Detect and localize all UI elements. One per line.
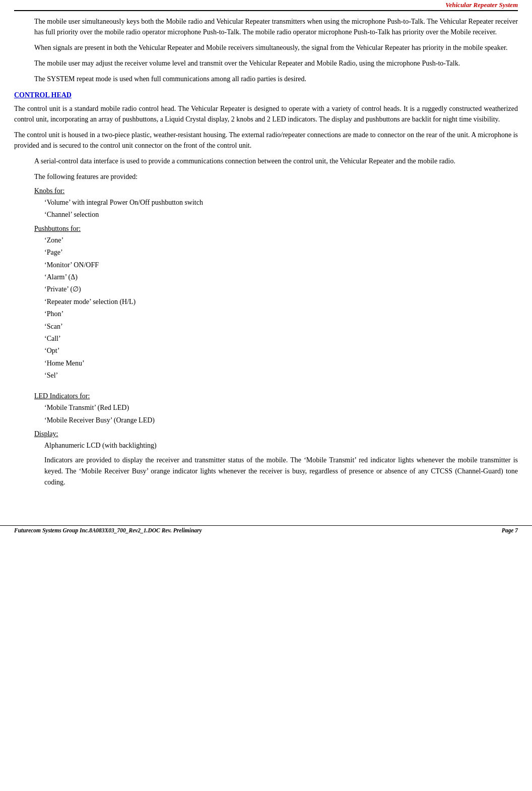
- pushbuttons-item-1: ‘Page’: [44, 247, 518, 258]
- pushbuttons-item-10: ‘Home Menu’: [44, 358, 518, 369]
- paragraph-1: The mobile user simultaneously keys both…: [34, 16, 518, 37]
- page-footer: Futurecom Systems Group Inc.8A083X03_700…: [0, 525, 532, 535]
- pushbuttons-item-2: ‘Monitor’ ON/OFF: [44, 260, 518, 271]
- paragraph-5: The control unit is a standard mobile ra…: [14, 103, 518, 125]
- pushbuttons-item-11: ‘Sel’: [44, 370, 518, 381]
- paragraph-6: The control unit is housed in a two-piec…: [14, 130, 518, 151]
- knobs-label: Knobs for:: [34, 187, 518, 195]
- display-item-1: Indicators are provided to display the r…: [44, 455, 518, 489]
- led-item-0: ‘Mobile Transmit’ (Red LED): [44, 402, 518, 413]
- knobs-item-1: ‘Channel’ selection: [44, 209, 518, 220]
- pushbuttons-item-0: ‘Zone’: [44, 235, 518, 246]
- paragraph-7: A serial-control data interface is used …: [34, 156, 518, 166]
- display-label: Display:: [34, 430, 518, 438]
- paragraph-4: The SYSTEM repeat mode is used when full…: [34, 74, 518, 84]
- footer-right: Page 7: [502, 527, 518, 533]
- footer-left: Futurecom Systems Group Inc.8A083X03_700…: [14, 527, 202, 533]
- page-content: The mobile user simultaneously keys both…: [14, 16, 518, 515]
- pushbuttons-item-6: ‘Phon’: [44, 309, 518, 320]
- paragraph-2: When signals are present in both the Veh…: [34, 42, 518, 53]
- led-item-1: ‘Mobile Receiver Busy’ (Orange LED): [44, 415, 518, 426]
- knobs-item-0: ‘Volume’ with integral Power On/Off push…: [44, 197, 518, 208]
- pushbuttons-item-3: ‘Alarm’ (Δ): [44, 272, 518, 283]
- paragraph-3: The mobile user may adjust the receiver …: [34, 58, 518, 69]
- pushbuttons-item-7: ‘Scan’: [44, 321, 518, 332]
- pushbuttons-item-4: ‘Private’ (∅): [44, 284, 518, 295]
- pushbuttons-item-5: ‘Repeater mode’ selection (H/L): [44, 296, 518, 308]
- page-header: Vehicular Repeater System: [14, 0, 518, 11]
- section-heading-control-head: CONTROL HEAD: [14, 91, 518, 99]
- led-label: LED Indicators for:: [34, 392, 518, 400]
- pushbuttons-item-8: ‘Call’: [44, 333, 518, 344]
- header-title: Vehicular Repeater System: [445, 1, 518, 9]
- display-item-0: Alphanumeric LCD (with backlighting): [44, 440, 518, 451]
- pushbuttons-item-9: ‘Opt’: [44, 345, 518, 356]
- paragraph-8: The following features are provided:: [34, 171, 518, 182]
- pushbuttons-label: Pushbuttons for:: [34, 225, 518, 233]
